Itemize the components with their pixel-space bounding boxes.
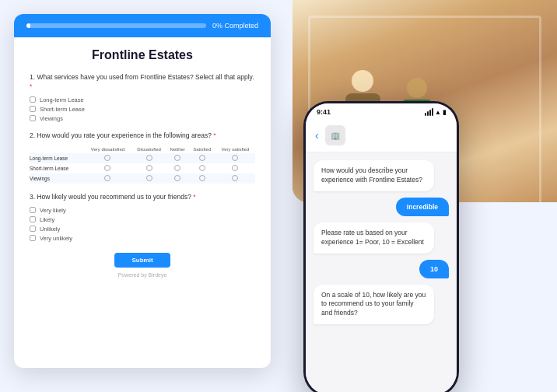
wifi-icon: ▲ <box>435 109 441 116</box>
radio-very-unlikely[interactable] <box>30 235 36 241</box>
checkbox-2[interactable] <box>30 106 36 112</box>
q1-option-1[interactable]: Long-term Lease <box>30 96 255 103</box>
checkbox-3[interactable] <box>30 115 36 121</box>
chat-avatar: 🏢 <box>325 125 345 145</box>
progress-track <box>26 23 206 28</box>
phone-screen: 9:41 ▲ ▮ ‹ 🏢 How would you describe your… <box>306 103 457 392</box>
question-1-text: 1. What services have you used from Fron… <box>30 73 255 92</box>
submit-button[interactable]: Submit <box>114 253 170 268</box>
q1-options: Long-term Lease Short-term Lease Viewing… <box>30 96 255 122</box>
chat-header: ‹ 🏢 <box>306 119 457 152</box>
radio-likely[interactable] <box>30 216 36 222</box>
submit-area: Submit <box>30 251 255 268</box>
question-2-text: 2. How would you rate your experience in… <box>30 131 255 141</box>
message-2: Incredible <box>396 198 449 216</box>
radio-very-likely[interactable] <box>30 207 36 213</box>
q3-option-4[interactable]: Very unlikely <box>30 235 255 242</box>
q1-option-3[interactable]: Viewings <box>30 115 255 122</box>
question-3-text: 3. How likely would you recommend us to … <box>30 193 255 202</box>
mobile-phone: 9:41 ▲ ▮ ‹ 🏢 How would you describe your… <box>303 101 459 392</box>
phone-time: 9:41 <box>317 108 331 116</box>
table-row: Long-term Lease <box>30 153 255 163</box>
powered-by: Powered by Birdeye <box>30 272 255 278</box>
message-3: Please rate us based on your experience … <box>314 222 434 254</box>
q3-options: Very likely Likely Unlikely Very unlikel… <box>30 207 255 242</box>
progress-label: 0% Completed <box>212 22 258 30</box>
checkbox-1[interactable] <box>30 96 36 103</box>
table-row: Viewings <box>30 173 255 184</box>
back-button[interactable]: ‹ <box>315 129 319 142</box>
battery-icon: ▮ <box>443 109 446 116</box>
required-marker: * <box>30 82 32 90</box>
q3-option-3[interactable]: Unlikely <box>30 226 255 233</box>
q3-option-1[interactable]: Very likely <box>30 207 255 214</box>
survey-content: Frontline Estates 1. What services have … <box>14 37 271 368</box>
table-row: Short-term Lease <box>30 163 255 173</box>
message-4: 10 <box>419 260 449 278</box>
chat-messages: How would you describe your experience w… <box>306 152 457 392</box>
q3-option-2[interactable]: Likely <box>30 216 255 223</box>
signal-icon <box>425 108 433 116</box>
status-bar: 9:41 ▲ ▮ <box>306 103 457 119</box>
status-icons: ▲ ▮ <box>425 108 446 116</box>
question-2: 2. How would you rate your experience in… <box>30 131 255 184</box>
message-5: On a scale of 10, how likely are you to … <box>314 285 434 325</box>
q1-option-2[interactable]: Short-term Lease <box>30 106 255 113</box>
radio-unlikely[interactable] <box>30 226 36 232</box>
question-3: 3. How likely would you recommend us to … <box>30 193 255 242</box>
survey-title: Frontline Estates <box>30 48 255 62</box>
progress-fill <box>26 23 30 28</box>
message-1: How would you describe your experience w… <box>314 160 434 191</box>
rating-table: Very dissatisfied Dissatisfied Neither S… <box>30 145 255 184</box>
progress-bar-section: 0% Completed <box>14 14 271 37</box>
survey-panel: 0% Completed Frontline Estates 1. What s… <box>14 14 271 368</box>
question-1: 1. What services have you used from Fron… <box>30 73 255 122</box>
